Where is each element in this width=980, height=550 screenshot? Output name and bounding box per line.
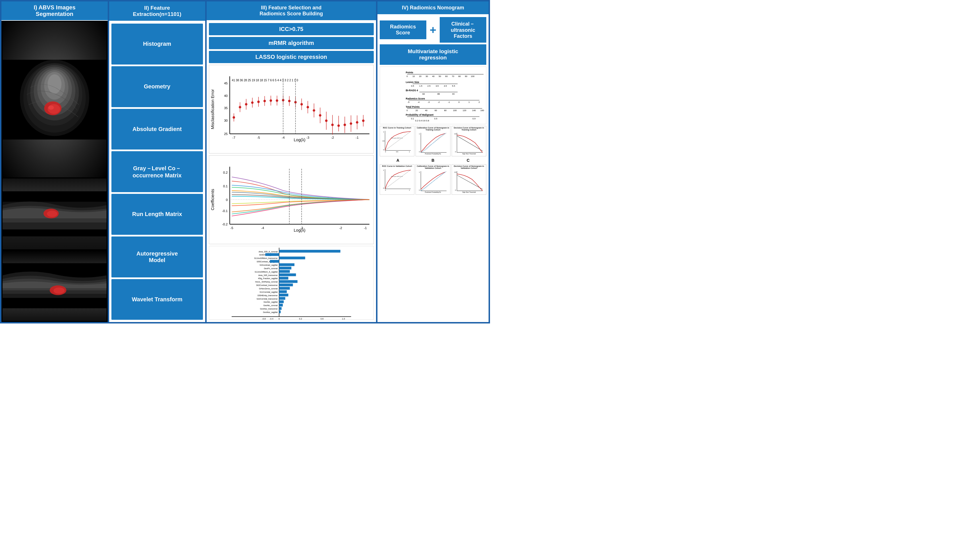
svg-text:80: 80 (444, 109, 447, 112)
svg-text:GrNonZeros_coronal: GrNonZeros_coronal (259, 288, 278, 290)
row-abc-labels: A B C (380, 158, 486, 162)
svg-text:Misclassification Error: Misclassification Error (210, 89, 215, 129)
svg-rect-148 (279, 310, 280, 313)
svg-text:4A: 4A (422, 93, 425, 95)
decision-training-svg: 0.5 0 High Risk Threshold (452, 131, 486, 156)
svg-text:Nomogram AUC=0.xx: Nomogram AUC=0.xx (391, 137, 403, 138)
svg-text:0.2 0.4 0.6 0.8: 0.2 0.4 0.6 0.8 (415, 119, 429, 122)
panel-4: IV) Radiomics Nomogram RadiomicsScore + … (377, 1, 489, 323)
svg-rect-142 (279, 290, 287, 293)
svg-text:-5: -5 (257, 136, 260, 139)
svg-text:90: 90 (465, 75, 467, 78)
sagittal-svg (3, 178, 107, 249)
svg-text:0: 0 (406, 75, 407, 78)
svg-text:0.5: 0.5 (454, 171, 456, 173)
panel4-header: IV) Radiomics Nomogram (377, 2, 488, 15)
svg-text:HorzL_ShrRamp_coronal: HorzL_ShrRamp_coronal (255, 281, 277, 283)
feature-glcm: Gray－Level Co－occurrence Matrix (111, 151, 203, 192)
svg-text:Nomogram AUC=0.xx: Nomogram AUC=0.xx (391, 175, 403, 177)
svg-text:Predicted Probability(%): Predicted Probability(%) (425, 153, 441, 154)
svg-text:Area_S55_A_coronal: Area_S55_A_coronal (259, 250, 278, 253)
nomogram-svg: Points 01020 304050 607080 90100 Lesion … (381, 69, 485, 122)
main-container: I) ABVS Images Segmentation (1, 1, 489, 323)
svg-text:0.5: 0.5 (411, 85, 414, 87)
training-curves-row: ROC Curve in Training Cohort 0 0.5 1 0 0… (380, 126, 486, 156)
svg-text:140: 140 (472, 109, 476, 112)
svg-text:4.5: 4.5 (444, 85, 447, 87)
label-b: B (416, 158, 450, 162)
decision-validation: Decision Curve of Nomogram in Validation… (452, 164, 486, 195)
svg-text:Lesion Size: Lesion Size (406, 81, 419, 84)
svg-text:20: 20 (415, 109, 418, 112)
svg-rect-139 (279, 280, 298, 283)
decision-validation-svg: 0.5 0 High Risk Threshold (452, 170, 486, 194)
svg-text:1: 1 (419, 171, 420, 173)
feature-absolute-gradient: Absolute Gradient (111, 109, 203, 150)
svg-text:41  38  36  28  25  19  18  18: 41 38 36 28 25 19 18 18 15 7 6 6 5 4 4 3… (232, 79, 298, 82)
svg-text:High Risk Threshold: High Risk Threshold (462, 153, 476, 154)
svg-rect-20 (209, 72, 374, 146)
svg-text:-4: -4 (282, 136, 285, 139)
svg-rect-141 (279, 287, 290, 289)
svg-rect-147 (279, 307, 282, 310)
svg-text:GeoNic_coronal: GeoNic_coronal (263, 304, 278, 307)
svg-rect-140 (279, 283, 293, 286)
svg-text:GeoNsz_transverse: GeoNsz_transverse (260, 308, 277, 310)
svg-text:Probability of Malignant: Probability of Malignant (406, 113, 433, 116)
svg-text:0: 0 (406, 109, 407, 112)
svg-text:3.5: 3.5 (436, 85, 439, 87)
svg-text:-1: -1 (356, 136, 358, 139)
svg-text:Coefficients: Coefficients (210, 189, 215, 210)
svg-text:S22contrast_sagittal: S22contrast_sagittal (259, 264, 278, 266)
step-lasso: LASSO logistic regression (209, 51, 374, 63)
svg-text:4B: 4B (437, 93, 440, 95)
svg-text:50: 50 (439, 75, 441, 78)
svg-text:0: 0 (458, 101, 460, 103)
label-c: C (451, 158, 485, 162)
svg-text:0: 0 (278, 317, 279, 320)
svg-text:1: 1 (409, 151, 410, 153)
nomogram-components: RadiomicsScore + Clinical－ultrasonicFact… (380, 17, 486, 43)
calibration-training: Calibration Curve of Nomogram in Trainin… (415, 126, 450, 156)
feature-run-length: Run Length Matrix (111, 194, 203, 235)
feature-geometry: Geometry (111, 66, 203, 107)
svg-text:Log(λ): Log(λ) (294, 228, 305, 232)
svg-text:0: 0 (455, 151, 456, 153)
svg-text:-2: -2 (438, 101, 440, 103)
svg-text:0.5: 0.5 (434, 118, 438, 120)
svg-rect-132 (279, 256, 305, 259)
roc-validation-svg: 0 1 0 1 Nomogram AUC=0.xx (380, 168, 414, 192)
svg-text:High Risk Threshold: High Risk Threshold (462, 191, 476, 193)
svg-text:GeoFh_coronal: GeoFh_coronal (264, 267, 278, 270)
svg-text:2: 2 (479, 101, 480, 103)
svg-text:0: 0 (385, 151, 386, 153)
svg-point-9 (48, 74, 62, 94)
svg-text:1: 1 (419, 133, 420, 134)
svg-text:1: 1 (409, 189, 410, 191)
svg-text:30: 30 (425, 75, 428, 78)
svg-text:0.1: 0.1 (223, 184, 228, 188)
lasso-cv-chart: Misclassification Error Log(λ) 41 38 36 … (209, 65, 374, 154)
svg-text:-0.1: -0.1 (222, 209, 228, 213)
svg-text:0.9: 0.9 (473, 118, 476, 120)
panel1-header: I) ABVS Images Segmentation (2, 2, 108, 21)
svg-text:GeoNsz_sagittal: GeoNsz_sagittal (263, 311, 278, 313)
svg-text:40: 40 (425, 109, 428, 112)
panel-2: II) Feature Extraction(n=1101) Histogram… (108, 1, 206, 323)
svg-text:S11InvDifMom_A_sagittal: S11InvDifMom_A_sagittal (255, 270, 278, 273)
svg-text:-2: -2 (339, 227, 342, 230)
svg-text:BI-RADS 4: BI-RADS 4 (406, 89, 418, 92)
svg-text:0.2: 0.2 (299, 317, 302, 320)
svg-rect-145 (279, 300, 284, 303)
svg-text:20: 20 (419, 75, 422, 78)
svg-text:Total Points: Total Points (406, 105, 420, 108)
validation-curves-row: ROC Curve in Validation Cohort 0 1 0 1 N… (380, 164, 486, 195)
svg-text:100: 100 (471, 75, 474, 78)
panel2-header: II) Feature Extraction(n=1101) (109, 2, 205, 21)
svg-rect-131 (265, 253, 279, 256)
svg-point-12 (48, 105, 54, 110)
svg-text:0: 0 (383, 187, 384, 189)
svg-text:0.5: 0.5 (454, 133, 456, 134)
svg-text:0: 0 (419, 151, 420, 153)
svg-text:-0.4: -0.4 (269, 317, 273, 320)
